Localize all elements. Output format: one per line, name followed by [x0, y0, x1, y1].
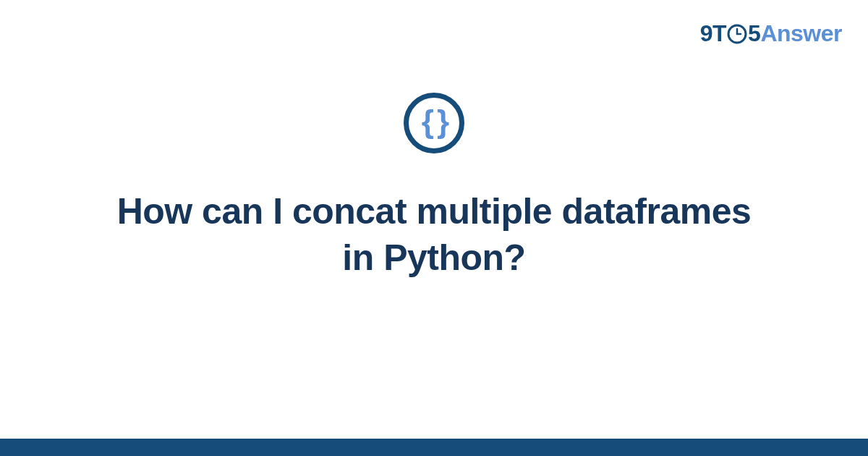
question-title: How can I concat multiple dataframes in … [109, 188, 760, 281]
logo-text-5: 5 [748, 20, 760, 47]
logo-text-9t: 9T [700, 20, 726, 47]
site-logo[interactable]: 9T 5 Answer [700, 20, 842, 47]
clock-icon [727, 24, 747, 44]
code-braces-icon: { } [422, 106, 446, 138]
category-icon-circle: { } [404, 93, 464, 153]
main-content: { } How can I concat multiple dataframes… [0, 93, 868, 281]
footer-bar [0, 439, 868, 456]
logo-text-answer: Answer [760, 20, 842, 47]
